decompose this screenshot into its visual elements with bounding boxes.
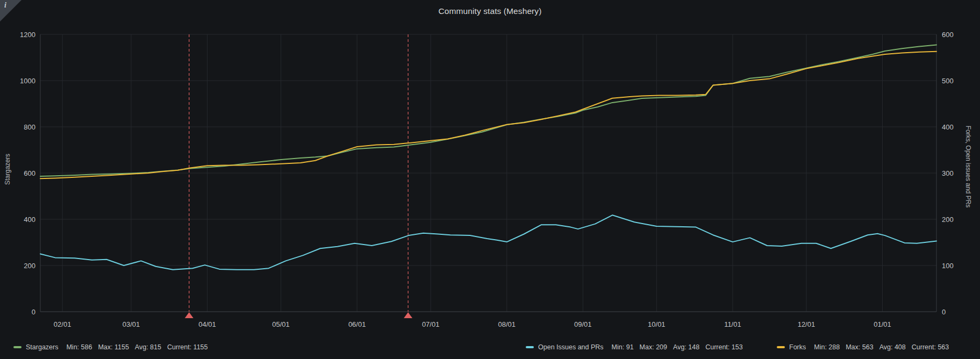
y-tick-label-right: 0	[942, 308, 946, 316]
y-tick-label-right: 100	[942, 262, 954, 270]
legend-stat-min: Min: 586	[66, 343, 92, 351]
x-tick-label: 06/01	[348, 320, 366, 328]
legend-item-forks[interactable]: ForksMin: 288Max: 563Avg: 408Current: 56…	[777, 343, 949, 351]
y-tick-label-right: 400	[942, 123, 954, 131]
right-axis-title: Forks, Open issues and PRs	[964, 126, 972, 208]
y-tick-label-right: 300	[942, 169, 954, 177]
annotation-marker[interactable]	[404, 312, 412, 318]
y-tick-label-left: 400	[24, 216, 35, 224]
legend-series-name[interactable]: Stargazers	[26, 343, 58, 351]
legend-swatch[interactable]	[13, 346, 22, 348]
x-tick-label: 02/01	[54, 320, 71, 328]
legend-swatch[interactable]	[777, 346, 785, 348]
x-tick-label: 11/01	[724, 320, 741, 328]
y-tick-label-left: 200	[24, 262, 35, 270]
x-tick-label: 01/01	[874, 320, 891, 328]
x-tick-label: 12/01	[798, 320, 816, 328]
chart-canvas[interactable]: 0200400600800100012000100200300400500600…	[0, 0, 980, 359]
y-tick-label-left: 800	[24, 123, 35, 131]
legend-swatch[interactable]	[526, 346, 534, 348]
annotation-marker[interactable]	[185, 312, 194, 318]
x-tick-label: 07/01	[422, 320, 440, 328]
y-tick-label-left: 1200	[20, 31, 35, 39]
legend-stat-max: Max: 209	[640, 343, 667, 351]
legend-item-stargazers[interactable]: StargazersMin: 586Max: 1155Avg: 815Curre…	[13, 343, 208, 351]
legend-series-name[interactable]: Open Issues and PRs	[538, 343, 604, 351]
legend-stat-max: Max: 563	[846, 343, 873, 351]
x-tick-label: 09/01	[574, 320, 592, 328]
x-tick-label: 05/01	[272, 320, 290, 328]
legend: StargazersMin: 586Max: 1155Avg: 815Curre…	[0, 343, 980, 354]
legend-stat-avg: Avg: 408	[879, 343, 906, 351]
legend-stat-current: Current: 1155	[167, 343, 208, 351]
y-tick-label-right: 600	[942, 31, 954, 39]
plot-area[interactable]	[40, 34, 936, 312]
legend-stat-min: Min: 91	[612, 343, 634, 351]
legend-item-open-issues-and-prs[interactable]: Open Issues and PRsMin: 91Max: 209Avg: 1…	[526, 343, 743, 351]
y-tick-label-left: 0	[32, 308, 35, 316]
y-tick-label-right: 200	[942, 216, 954, 224]
left-axis-title: Stargazers	[4, 154, 11, 185]
y-tick-label-right: 500	[942, 77, 954, 85]
x-tick-label: 04/01	[198, 320, 216, 328]
legend-series-name[interactable]: Forks	[789, 343, 806, 351]
legend-stat-min: Min: 288	[814, 343, 840, 351]
legend-stat-current: Current: 563	[912, 343, 949, 351]
legend-stat-max: Max: 1155	[98, 343, 128, 351]
y-tick-label-left: 600	[24, 169, 35, 177]
legend-stat-avg: Avg: 815	[135, 343, 161, 351]
legend-stat-current: Current: 153	[705, 343, 742, 351]
x-tick-label: 03/01	[123, 320, 140, 328]
graph-panel: i Community stats (Meshery) 020040060080…	[0, 0, 980, 359]
legend-stat-avg: Avg: 148	[673, 343, 699, 351]
x-tick-label: 10/01	[648, 320, 666, 328]
y-tick-label-left: 1000	[20, 77, 35, 85]
x-tick-label: 08/01	[498, 320, 516, 328]
